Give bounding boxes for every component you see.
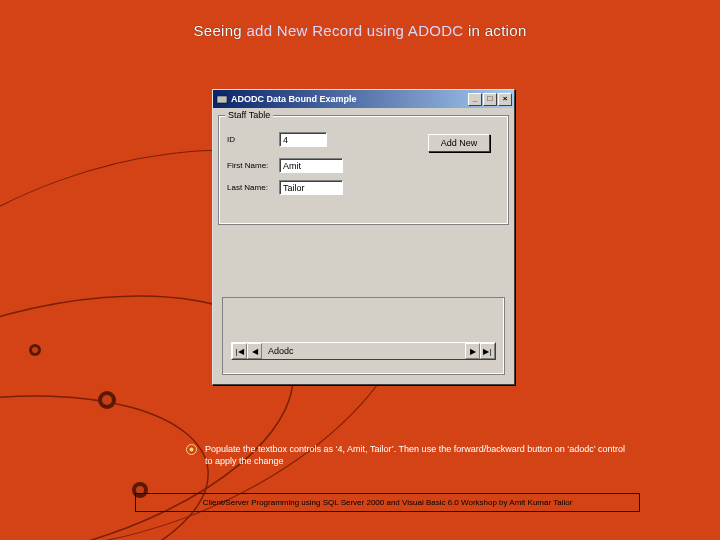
firstname-label: First Name: — [227, 161, 279, 170]
svg-rect-10 — [217, 94, 227, 96]
adodc-caption: Adodc — [262, 343, 465, 359]
group-legend: Staff Table — [225, 110, 273, 120]
add-new-button[interactable]: Add New — [428, 134, 490, 152]
svg-point-5 — [29, 344, 41, 356]
nav-prev-button[interactable]: ◀ — [247, 343, 262, 359]
adodc-control: |◀ ◀ Adodc ▶ ▶| — [231, 342, 496, 360]
titlebar: ADODC Data Bound Example _ □ × — [213, 90, 514, 108]
prev-icon: ◀ — [252, 347, 258, 356]
last-icon: ▶| — [483, 347, 491, 356]
bullet-text: Populate the textbox controls as ‘4, Ami… — [205, 443, 630, 467]
close-button[interactable]: × — [498, 93, 512, 106]
firstname-input[interactable]: Amit — [279, 158, 343, 173]
next-icon: ▶ — [470, 347, 476, 356]
staff-groupbox: Staff Table ID 4 First Name: Amit Last N… — [218, 115, 509, 225]
nav-first-button[interactable]: |◀ — [232, 343, 247, 359]
window-title: ADODC Data Bound Example — [231, 94, 468, 104]
nav-next-button[interactable]: ▶ — [465, 343, 480, 359]
slide-bullet: Populate the textbox controls as ‘4, Ami… — [186, 443, 630, 467]
window-client: Staff Table ID 4 First Name: Amit Last N… — [216, 111, 511, 381]
first-icon: |◀ — [235, 347, 243, 356]
adodc-container: |◀ ◀ Adodc ▶ ▶| — [222, 297, 505, 375]
lastname-label: Last Name: — [227, 183, 279, 192]
footer-credit: Client/Server Programming using SQL Serv… — [135, 493, 640, 512]
svg-rect-9 — [217, 96, 227, 103]
minimize-button[interactable]: _ — [468, 93, 482, 106]
lastname-input[interactable]: Tailor — [279, 180, 343, 195]
id-input[interactable]: 4 — [279, 132, 327, 147]
svg-point-4 — [102, 395, 112, 405]
app-window: ADODC Data Bound Example _ □ × Staff Tab… — [212, 89, 515, 385]
svg-point-3 — [98, 391, 116, 409]
slide-title: Seeing add New Record using ADODC in act… — [0, 0, 720, 39]
nav-last-button[interactable]: ▶| — [480, 343, 495, 359]
maximize-button[interactable]: □ — [483, 93, 497, 106]
svg-point-12 — [190, 448, 194, 452]
app-icon — [215, 93, 228, 106]
bullet-icon — [186, 444, 197, 467]
svg-point-6 — [32, 347, 38, 353]
id-label: ID — [227, 135, 279, 144]
